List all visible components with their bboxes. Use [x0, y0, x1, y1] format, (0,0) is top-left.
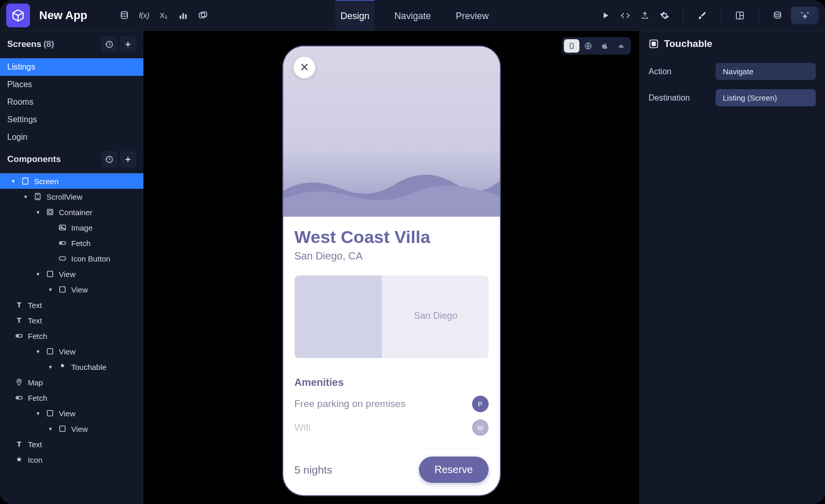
magic-button[interactable]: [791, 7, 819, 24]
device-android-icon[interactable]: [613, 39, 629, 53]
view-icon: [45, 347, 55, 356]
screen-item-rooms[interactable]: Rooms: [0, 93, 143, 111]
svg-rect-1: [180, 15, 182, 19]
reserve-button[interactable]: Reserve: [419, 457, 488, 483]
toolbar-right: [600, 7, 819, 24]
screen-item-settings[interactable]: Settings: [0, 111, 143, 128]
screens-header: Screens (8): [0, 31, 143, 58]
scroll-icon: [33, 192, 42, 201]
tree-node-map[interactable]: Map: [0, 375, 143, 390]
share-icon[interactable]: [639, 9, 651, 22]
tree-node-label: View: [71, 425, 88, 433]
map-city-label: San Diego: [414, 311, 457, 321]
tree-node-view[interactable]: ▾View: [0, 405, 143, 421]
function-icon[interactable]: f(x): [138, 9, 150, 22]
icon-icon: [14, 455, 24, 464]
tree-node-label: Fetch: [28, 394, 47, 402]
code-icon[interactable]: [619, 9, 632, 22]
variable-icon[interactable]: X₁: [157, 9, 170, 22]
tab-design[interactable]: Design: [335, 0, 375, 32]
tree-node-text[interactable]: Text: [0, 436, 143, 452]
text-icon: [14, 316, 24, 325]
fetch-icon: [14, 393, 24, 402]
tree-node-label: View: [59, 270, 75, 279]
add-screen-icon[interactable]: [120, 36, 136, 53]
amenity-badge: W: [472, 419, 489, 436]
brush-icon[interactable]: [696, 9, 708, 22]
tree-node-label: Touchable: [71, 363, 106, 371]
fetch-icon: [58, 238, 67, 248]
device-switcher: [562, 37, 631, 55]
play-icon[interactable]: [600, 9, 612, 22]
nights-label: 5 nights: [295, 464, 333, 476]
inspector-value-action[interactable]: Navigate: [716, 63, 816, 80]
device-web-icon[interactable]: [580, 39, 596, 53]
tree-node-fetch[interactable]: Fetch: [0, 235, 143, 251]
svg-rect-15: [48, 210, 51, 213]
history-icon[interactable]: [101, 36, 118, 53]
hero-image: ✕: [283, 46, 500, 217]
svg-point-26: [19, 381, 20, 382]
view-icon: [58, 285, 67, 294]
inspector-panel: Touchable ActionNavigateDestinationListi…: [639, 31, 825, 504]
tab-preview[interactable]: Preview: [450, 0, 494, 32]
windows-icon[interactable]: [197, 9, 209, 22]
device-mobile-icon[interactable]: [564, 39, 579, 53]
svg-point-24: [17, 335, 19, 337]
stack-icon[interactable]: [771, 9, 784, 22]
map-icon: [14, 378, 24, 387]
inspector-title: Touchable: [664, 38, 713, 50]
tree-node-view[interactable]: ▾View: [0, 282, 143, 297]
tab-navigate[interactable]: Navigate: [389, 0, 436, 32]
tree-node-container[interactable]: ▾Container: [0, 204, 143, 220]
add-component-icon[interactable]: [120, 151, 136, 168]
tree-node-view[interactable]: ▾View: [0, 421, 143, 436]
history-icon[interactable]: [101, 151, 118, 168]
device-apple-icon[interactable]: [597, 39, 612, 53]
canvas[interactable]: ✕ West Coast Villa San Diego, CA San Die…: [143, 31, 639, 504]
tree-node-text[interactable]: Text: [0, 297, 143, 313]
inspector-value-destination[interactable]: Listing (Screen): [716, 89, 816, 106]
svg-rect-31: [570, 43, 573, 48]
map-preview[interactable]: San Diego: [295, 275, 489, 358]
tree-node-label: Container: [59, 208, 92, 217]
view-icon: [45, 409, 55, 418]
listing-title: West Coast Villa: [295, 227, 489, 247]
svg-rect-30: [60, 426, 66, 432]
tree-node-fetch[interactable]: Fetch: [0, 328, 143, 344]
inspector-header: Touchable: [649, 38, 816, 50]
inspector-label: Destination: [649, 93, 716, 103]
screen-item-login[interactable]: Login: [0, 128, 143, 146]
screens-title: Screens: [7, 39, 41, 50]
tree-node-icon[interactable]: Icon: [0, 452, 143, 467]
tree-node-screen[interactable]: ▾Screen: [0, 173, 143, 189]
app-logo[interactable]: [6, 4, 30, 27]
tree-node-label: Screen: [34, 177, 59, 186]
inspector-row-action: ActionNavigate: [649, 63, 816, 80]
amenity-row: Wifi W: [295, 419, 489, 436]
svg-rect-4: [200, 13, 205, 18]
tree-node-label: View: [59, 409, 75, 418]
tree-node-touchable[interactable]: ▾Touchable: [0, 359, 143, 375]
tree-node-view[interactable]: ▾View: [0, 266, 143, 282]
tree-node-icon-button[interactable]: Icon Button: [0, 251, 143, 266]
svg-rect-10: [23, 178, 28, 184]
screen-item-places[interactable]: Places: [0, 76, 143, 93]
text-icon: [14, 440, 24, 449]
listing-subtitle: San Diego, CA: [295, 250, 489, 262]
tree-node-scrollview[interactable]: ▾ScrollView: [0, 189, 143, 204]
container-icon: [45, 207, 55, 217]
screen-item-listings[interactable]: Listings: [0, 58, 143, 76]
svg-rect-22: [60, 287, 66, 292]
tree-node-image[interactable]: Image: [0, 220, 143, 235]
database-icon[interactable]: [118, 9, 131, 22]
tree-node-fetch[interactable]: Fetch: [0, 390, 143, 405]
chart-icon[interactable]: [177, 9, 189, 22]
gear-icon[interactable]: [658, 9, 671, 22]
layout-icon[interactable]: [734, 9, 746, 22]
tree-node-text[interactable]: Text: [0, 313, 143, 328]
view-icon: [58, 424, 67, 433]
tree-node-view[interactable]: ▾View: [0, 344, 143, 359]
tree-node-label: Icon: [28, 456, 42, 464]
close-icon[interactable]: ✕: [294, 57, 315, 78]
